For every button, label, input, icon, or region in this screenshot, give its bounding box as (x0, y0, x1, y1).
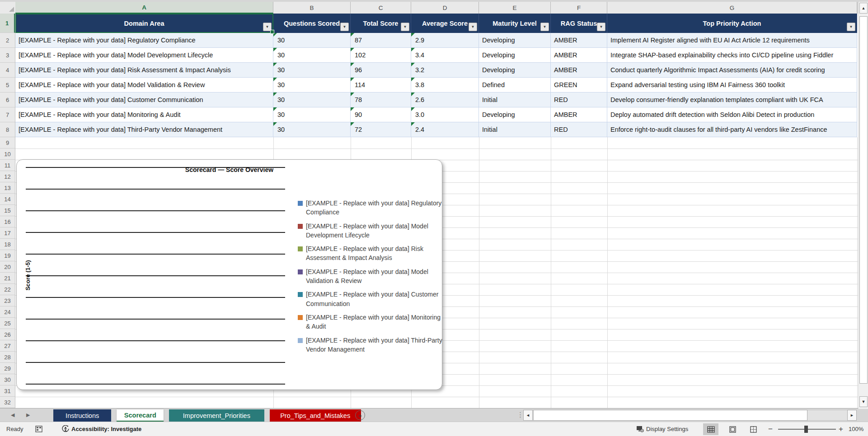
filter-dropdown-icon[interactable]: ▼ (597, 23, 605, 31)
row-number-20[interactable]: 20 (0, 261, 15, 273)
score-overview-chart[interactable]: Scorecard — Score Overview Score (1-5) [… (16, 159, 442, 390)
cell-E8[interactable]: Initial (479, 122, 551, 137)
cell-C5[interactable]: 114 (351, 78, 411, 93)
cell-A3[interactable]: [EXAMPLE - Replace with your data] Model… (15, 48, 273, 63)
column-letter-C[interactable]: C (351, 2, 411, 14)
filter-dropdown-icon[interactable]: ▼ (847, 23, 855, 31)
cell-E3[interactable]: Developing (479, 48, 551, 63)
row-number-23[interactable]: 23 (0, 295, 15, 306)
hscroll-right-arrow-icon[interactable]: ► (847, 410, 857, 421)
cell-D6[interactable]: 2.6 (411, 93, 479, 107)
macro-record-icon[interactable] (35, 422, 42, 436)
cell-E4[interactable]: Developing (479, 63, 551, 78)
vertical-scrollbar[interactable]: ▲ ▼ (858, 2, 868, 409)
vertical-scrollbar-thumb[interactable] (859, 16, 868, 384)
tab-scorecard[interactable]: Scorecard (117, 409, 164, 422)
cell-G7[interactable]: Deploy automated drift detection with Se… (607, 107, 857, 122)
cell-G4[interactable]: Conduct quarterly Algorithmic Impact Ass… (607, 63, 857, 78)
header-top-priority-action[interactable]: Top Priority Action▼ (607, 14, 857, 33)
add-sheet-button[interactable]: + (355, 410, 365, 420)
vscroll-down-arrow-icon[interactable]: ▼ (859, 396, 868, 407)
row-number-25[interactable]: 25 (0, 318, 15, 329)
header-maturity-level[interactable]: Maturity Level▼ (479, 14, 551, 33)
cell-E5[interactable]: Defined (479, 78, 551, 93)
cell-A6[interactable]: [EXAMPLE - Replace with your data] Custo… (15, 93, 273, 107)
cell-F5[interactable]: GREEN (551, 78, 607, 93)
row-number-8[interactable]: 8 (0, 122, 15, 137)
zoom-level[interactable]: 100% (849, 422, 863, 436)
cell-B5[interactable]: 30 (273, 78, 351, 93)
horizontal-scrollbar-thumb[interactable] (533, 410, 807, 421)
cell-C3[interactable]: 102 (351, 48, 411, 63)
view-normal-button[interactable] (703, 423, 718, 435)
row-number-29[interactable]: 29 (0, 363, 15, 374)
cell-E6[interactable]: Initial (479, 93, 551, 107)
column-letter-A[interactable]: A (15, 2, 273, 14)
cell-G2[interactable]: Implement AI Register aligned with EU AI… (607, 33, 857, 48)
view-page-break-button[interactable] (746, 423, 761, 435)
cell-D4[interactable]: 3.2 (411, 63, 479, 78)
cell-G6[interactable]: Develop consumer-friendly explanation te… (607, 93, 857, 107)
cell-B4[interactable]: 30 (273, 63, 351, 78)
filter-dropdown-icon[interactable]: ▼ (540, 23, 549, 31)
column-letter-D[interactable]: D (411, 2, 479, 14)
cell-B6[interactable]: 30 (273, 93, 351, 107)
tab-instructions[interactable]: Instructions (53, 409, 111, 422)
cell-C8[interactable]: 72 (351, 122, 411, 137)
row-number-12[interactable]: 12 (0, 171, 15, 182)
row-number-16[interactable]: 16 (0, 216, 15, 227)
row-number-30[interactable]: 30 (0, 374, 15, 385)
view-page-layout-button[interactable] (725, 423, 740, 435)
cell-B7[interactable]: 30 (273, 107, 351, 122)
cell-C2[interactable]: 87 (351, 33, 411, 48)
cell-F2[interactable]: AMBER (551, 33, 607, 48)
row-number-31[interactable]: 31 (0, 385, 15, 397)
row-number-19[interactable]: 19 (0, 250, 15, 261)
column-letter-F[interactable]: F (551, 2, 607, 14)
header-questions-scored[interactable]: Questions Scored▼ (273, 14, 351, 33)
cell-D5[interactable]: 3.8 (411, 78, 479, 93)
row-number-24[interactable]: 24 (0, 306, 15, 318)
cell-C4[interactable]: 96 (351, 63, 411, 78)
header-total-score[interactable]: Total Score▼ (351, 14, 411, 33)
tab-improvement_priorities[interactable]: Improvement_Priorities (169, 409, 264, 422)
tab-pro_tips_and_mistakes[interactable]: Pro_Tips_and_Mistakes (270, 409, 361, 422)
row-number-14[interactable]: 14 (0, 194, 15, 205)
filter-dropdown-icon[interactable]: ▼ (263, 23, 272, 31)
cell-B3[interactable]: 30 (273, 48, 351, 63)
filter-dropdown-icon[interactable]: ▼ (401, 23, 409, 31)
cell-E2[interactable]: Developing (479, 33, 551, 48)
column-letter-G[interactable]: G (607, 2, 857, 14)
cell-G8[interactable]: Enforce right-to-audit clauses for all t… (607, 122, 857, 137)
zoom-out-button[interactable]: − (768, 422, 773, 436)
accessibility-icon[interactable] (61, 422, 70, 436)
row-number-7[interactable]: 7 (0, 107, 15, 122)
row-number-5[interactable]: 5 (0, 78, 15, 93)
cell-F3[interactable]: AMBER (551, 48, 607, 63)
cell-A5[interactable]: [EXAMPLE - Replace with your data] Model… (15, 78, 273, 93)
select-all-corner[interactable] (0, 2, 16, 14)
row-number-17[interactable]: 17 (0, 227, 15, 239)
row-number-6[interactable]: 6 (0, 93, 15, 107)
row-number-32[interactable]: 32 (0, 397, 15, 408)
cell-D2[interactable]: 2.9 (411, 33, 479, 48)
cell-B8[interactable]: 30 (273, 122, 351, 137)
display-settings-label[interactable]: Display Settings (646, 422, 688, 436)
cell-D3[interactable]: 3.4 (411, 48, 479, 63)
column-letter-E[interactable]: E (479, 2, 551, 14)
column-letter-B[interactable]: B (273, 2, 351, 14)
cell-A2[interactable]: [EXAMPLE - Replace with your data] Regul… (15, 33, 273, 48)
filter-dropdown-icon[interactable]: ▼ (340, 23, 349, 31)
row-number-3[interactable]: 3 (0, 48, 15, 63)
header-domain-area[interactable]: Domain Area▼ (15, 14, 273, 33)
vscroll-up-arrow-icon[interactable]: ▲ (859, 3, 868, 14)
display-settings-icon[interactable] (636, 422, 644, 436)
row-number-26[interactable]: 26 (0, 329, 15, 340)
row-number-28[interactable]: 28 (0, 352, 15, 363)
cell-G5[interactable]: Expand adversarial testing using IBM AI … (607, 78, 857, 93)
sheet-nav-next-icon[interactable]: ▶ (26, 412, 30, 418)
row-number-10[interactable]: 10 (0, 148, 15, 160)
tab-overflow-dots-icon[interactable]: ⋮ (517, 411, 524, 419)
row-number-4[interactable]: 4 (0, 63, 15, 78)
cell-F4[interactable]: AMBER (551, 63, 607, 78)
